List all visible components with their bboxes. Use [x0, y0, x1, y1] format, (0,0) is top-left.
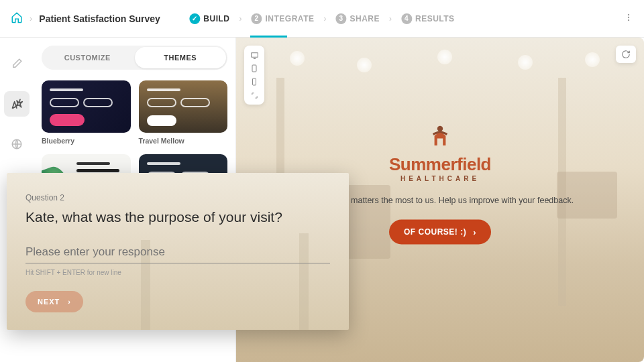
step-results[interactable]: 4 RESULTS — [401, 13, 455, 24]
step-integrate[interactable]: 2 INTEGRATE — [252, 13, 315, 24]
question-text: Kate, what was the purpose of your visit… — [25, 209, 330, 225]
svg-rect-6 — [253, 78, 256, 85]
svg-point-1 — [628, 16, 629, 17]
chevron-right-icon: › — [323, 14, 326, 23]
more-menu-icon[interactable] — [624, 13, 633, 25]
check-icon: ✓ — [189, 13, 200, 24]
cta-button[interactable]: OF COURSE! :) › — [389, 219, 491, 244]
response-input[interactable] — [25, 243, 330, 263]
brand-logo-icon — [426, 123, 454, 151]
brand-subtitle: HEALTHCARE — [400, 174, 480, 182]
theme-card-blueberry[interactable]: Blueberry — [42, 80, 131, 145]
preview-desktop-icon[interactable] — [247, 50, 262, 60]
brand-name: Summerfield — [389, 154, 491, 174]
question-number: Question 2 — [25, 193, 330, 202]
cta-label: OF COURSE! :) — [404, 227, 466, 237]
theme-name: Blueberry — [42, 137, 131, 145]
step-label: BUILD — [203, 14, 229, 23]
question-card: Question 2 Kate, what was the purpose of… — [7, 173, 349, 330]
chevron-right-icon: › — [473, 227, 476, 237]
header: › Patient Satisfaction Survey ✓ BUILD › … — [0, 0, 644, 38]
nav-steps: ✓ BUILD › 2 INTEGRATE › 3 SHARE › 4 RESU… — [189, 13, 454, 24]
chevron-right-icon: › — [68, 298, 71, 306]
step-label: INTEGRATE — [266, 14, 315, 23]
page-title: Patient Satisfaction Survey — [39, 13, 160, 24]
step-build[interactable]: ✓ BUILD — [189, 13, 229, 24]
preview-device-toolbar — [244, 46, 264, 105]
breadcrumb: › Patient Satisfaction Survey — [11, 11, 160, 26]
rail-item-themes[interactable] — [4, 91, 30, 117]
svg-rect-4 — [251, 52, 258, 57]
refresh-button[interactable] — [616, 46, 636, 63]
chevron-right-icon: › — [239, 14, 242, 23]
step-label: RESULTS — [415, 14, 455, 23]
step-num: 2 — [252, 13, 262, 24]
preview-tablet-icon[interactable] — [247, 63, 262, 74]
next-label: NEXT — [38, 298, 60, 306]
segmented-control: CUSTOMIZE THEMES — [42, 46, 227, 70]
seg-customize[interactable]: CUSTOMIZE — [42, 47, 133, 68]
step-num: 3 — [335, 13, 346, 24]
rail-item-edit[interactable] — [4, 51, 30, 76]
theme-card-travel[interactable]: Travel Mellow — [139, 80, 228, 145]
rail-item-globe[interactable] — [4, 131, 30, 157]
step-share[interactable]: 3 SHARE — [335, 13, 380, 24]
next-button[interactable]: NEXT › — [25, 291, 83, 312]
chevron-right-icon: › — [30, 13, 32, 23]
theme-thumb[interactable] — [42, 80, 131, 133]
home-icon[interactable] — [11, 11, 23, 26]
preview-expand-icon[interactable] — [247, 90, 262, 101]
input-hint: Hit SHIFT + ENTER for new line — [25, 269, 330, 276]
step-label: SHARE — [350, 14, 380, 23]
theme-name: Travel Mellow — [139, 137, 228, 145]
chevron-right-icon: › — [389, 14, 392, 23]
svg-point-0 — [628, 13, 629, 15]
theme-thumb[interactable] — [139, 80, 228, 133]
step-num: 4 — [401, 13, 412, 24]
seg-themes[interactable]: THEMES — [135, 47, 227, 68]
preview-mobile-icon[interactable] — [247, 76, 262, 87]
svg-point-2 — [628, 19, 629, 20]
svg-rect-5 — [252, 65, 256, 72]
